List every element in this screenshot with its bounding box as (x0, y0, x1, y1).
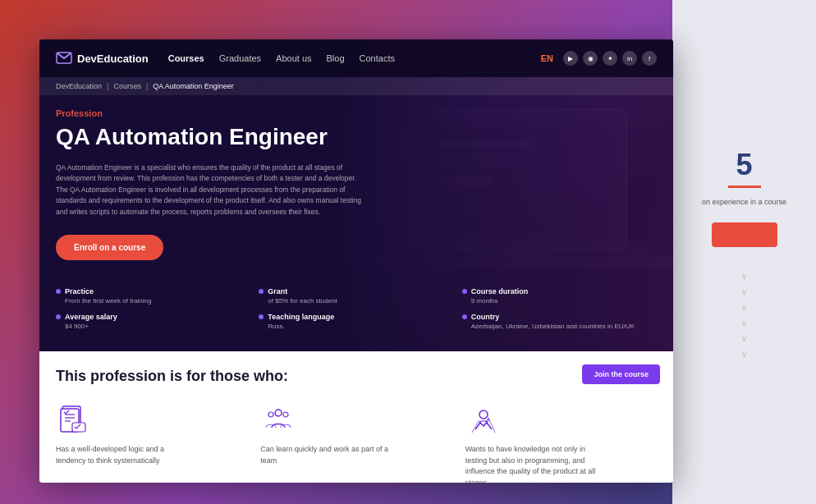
stat-dot (462, 314, 467, 319)
stat-practice-label: Practice (56, 287, 250, 296)
stat-dot (259, 314, 264, 319)
stat-country: Country Azerbaijan, Ukraine, Uzbekistan … (462, 313, 657, 330)
stat-language-value: Russ. (259, 323, 453, 330)
nav-language[interactable]: EN (541, 53, 553, 63)
stats-row: Practice From the first week of training… (56, 287, 657, 330)
social-youtube[interactable]: ▶ (563, 51, 578, 66)
chevron-down-icon: ∨ (741, 318, 747, 328)
nav-social-icons: ▶ ◉ ✦ in f (563, 51, 657, 66)
chevron-item-5[interactable]: ∨ (741, 334, 747, 343)
stat-dot (462, 289, 467, 294)
social-twitter[interactable]: ✦ (603, 51, 617, 66)
stat-duration-label: Course duration (462, 287, 657, 296)
nav-link-courses[interactable]: Courses (168, 53, 204, 63)
feature-text-2: Can learn quickly and work as part of a … (260, 444, 392, 466)
feature-card-2: Can learn quickly and work as part of a … (260, 401, 452, 483)
nav-logo[interactable]: DevEducation (56, 52, 149, 65)
stat-grant-value: of $5% for each student (259, 297, 453, 305)
enroll-button[interactable]: Enroll on a course (56, 235, 163, 260)
svg-point-17 (275, 410, 282, 416)
stat-language-label: Teaching language (259, 313, 453, 321)
feature-card-3: Wants to have knowledge not only in test… (465, 401, 657, 483)
white-section: Join the course This profession is for t… (39, 351, 673, 483)
quality-icon (465, 401, 502, 438)
stat-practice-value: From the first week of training (56, 297, 250, 305)
svg-point-18 (268, 412, 273, 417)
hero-content: Profession QA Automation Engineer QA Aut… (39, 95, 673, 260)
stat-duration-value: 9 months (462, 297, 657, 305)
right-panel-button[interactable] (712, 222, 777, 247)
right-panel: 5 on experience in a course ∨ ∨ ∨ ∨ ∨ ∨ (672, 0, 816, 504)
stat-grant-label: Grant (259, 287, 453, 296)
svg-point-19 (283, 412, 288, 417)
stat-country-value: Azerbaijan, Ukraine, Uzbekistan and coun… (462, 323, 657, 330)
chevron-item-2[interactable]: ∨ (741, 287, 747, 296)
stat-dot (56, 289, 61, 294)
profession-label: Profession (56, 108, 657, 118)
nav-link-blog[interactable]: Blog (327, 53, 345, 63)
features-row: Has a well-developed logic and a tendenc… (56, 401, 657, 483)
logo-icon (56, 52, 72, 65)
breadcrumb-home[interactable]: DevEducation (56, 82, 102, 90)
feature-card-1: Has a well-developed logic and a tendenc… (56, 401, 247, 483)
chevron-down-icon: ∨ (741, 303, 747, 312)
join-course-button[interactable]: Join the course (582, 364, 660, 384)
chevron-down-icon: ∨ (741, 350, 747, 359)
right-chevron-list: ∨ ∨ ∨ ∨ ∨ ∨ (741, 272, 747, 359)
team-icon (260, 401, 296, 438)
stat-dot (56, 314, 61, 319)
stat-language: Teaching language Russ. (259, 313, 453, 330)
chevron-item-4[interactable]: ∨ (741, 318, 747, 328)
breadcrumb: DevEducation | Courses | QA Automation E… (39, 77, 673, 95)
stat-practice: Practice From the first week of training (56, 287, 250, 305)
stat-salary: Average salary $4 900+ (56, 313, 250, 330)
browser-window: DevEducation Courses Graduates About us … (39, 39, 673, 483)
nav-links: Courses Graduates About us Blog Contacts (168, 53, 541, 63)
chevron-down-icon: ∨ (741, 334, 747, 343)
chevron-down-icon: ∨ (741, 272, 747, 281)
breadcrumb-sep-1: | (107, 82, 108, 90)
breadcrumb-sep-2: | (146, 82, 148, 90)
social-instagram[interactable]: ◉ (583, 51, 598, 66)
stat-country-label: Country (462, 313, 657, 321)
hero-description: QA Automation Engineer is a specialist w… (56, 163, 368, 218)
feature-text-1: Has a well-developed logic and a tendenc… (56, 444, 187, 466)
navbar: DevEducation Courses Graduates About us … (39, 39, 673, 77)
stat-dot (259, 289, 264, 294)
chevron-down-icon: ∨ (741, 287, 747, 296)
stat-salary-label: Average salary (56, 313, 250, 321)
stat-grant: Grant of $5% for each student (259, 287, 453, 305)
logo-text: DevEducation (77, 53, 149, 65)
social-linkedin[interactable]: in (622, 51, 637, 66)
right-panel-divider (728, 186, 761, 188)
breadcrumb-current: QA Automation Engineer (153, 82, 234, 90)
checklist-icon (56, 401, 92, 438)
chevron-item-3[interactable]: ∨ (741, 303, 747, 312)
breadcrumb-courses[interactable]: Courses (113, 82, 141, 90)
chevron-item-1[interactable]: ∨ (741, 272, 747, 281)
svg-point-20 (479, 410, 488, 419)
stat-salary-value: $4 900+ (56, 323, 250, 330)
section-title: This profession is for those who: (56, 368, 319, 385)
right-panel-description: on experience in a course (694, 198, 795, 206)
hero-title: QA Automation Engineer (56, 123, 401, 151)
right-panel-number: 5 (736, 148, 752, 182)
nav-link-about[interactable]: About us (276, 53, 311, 63)
hero-section: DevEducation Courses Graduates About us … (39, 39, 673, 351)
svg-rect-16 (72, 423, 85, 432)
nav-link-contacts[interactable]: Contacts (360, 53, 395, 63)
nav-link-graduates[interactable]: Graduates (219, 53, 261, 63)
feature-text-3: Wants to have knowledge not only in test… (465, 444, 597, 483)
stat-duration: Course duration 9 months (462, 287, 657, 305)
social-facebook[interactable]: f (642, 51, 657, 66)
chevron-item-6[interactable]: ∨ (741, 350, 747, 359)
